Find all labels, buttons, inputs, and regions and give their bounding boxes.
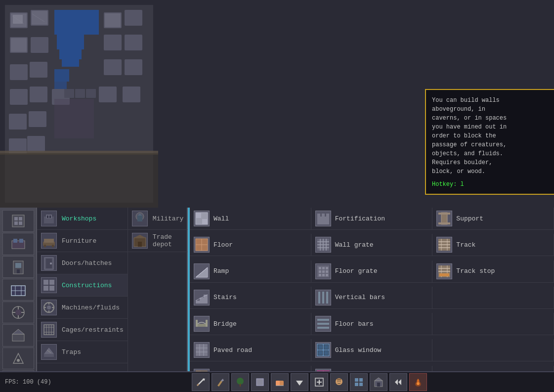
category-doors-hatches[interactable]: Doors/hatches <box>37 252 128 274</box>
cages-label: Cages/restraints <box>62 326 124 334</box>
svg-rect-135 <box>319 267 321 269</box>
svg-rect-139 <box>322 270 325 273</box>
svg-rect-10 <box>13 15 23 24</box>
svg-rect-30 <box>9 114 27 130</box>
categories-panel: Workshops Furniture <box>37 208 188 392</box>
item-track-stop[interactable]: Track stop <box>432 261 554 283</box>
svg-rect-190 <box>240 384 241 387</box>
bottom-toolbar: FPS: 100 (49) <box>0 371 554 392</box>
svg-rect-110 <box>317 214 320 218</box>
category-trade-depot[interactable]: Trade depot <box>128 230 187 252</box>
military-icon <box>132 211 148 226</box>
track-icon <box>436 237 452 253</box>
block-button[interactable] <box>251 373 269 391</box>
floor-grate-label: Floor grate <box>335 267 378 275</box>
cages-icon <box>41 322 57 338</box>
strip-item-1[interactable] <box>2 210 34 232</box>
item-fortification[interactable]: Fortification <box>311 208 433 230</box>
category-traps[interactable]: Traps <box>37 341 128 363</box>
doors-icon <box>41 255 57 271</box>
category-furniture[interactable]: Furniture <box>37 230 128 252</box>
category-workshops[interactable]: Workshops <box>37 208 128 230</box>
eraser-button[interactable] <box>271 373 289 391</box>
double-arrow-button[interactable] <box>389 373 407 391</box>
strip-item-2[interactable] <box>2 233 34 255</box>
strip-item-4[interactable] <box>2 279 34 301</box>
svg-rect-75 <box>44 239 54 243</box>
ramp-icon <box>194 263 210 279</box>
svg-rect-157 <box>326 292 328 304</box>
track-stop-label: Track stop <box>456 267 495 275</box>
item-floor-bars[interactable]: Floor bars <box>311 313 433 335</box>
svg-marker-210 <box>395 379 398 385</box>
item-wall-grate[interactable]: Wall grate <box>311 234 433 256</box>
item-stairs[interactable]: Stairs <box>190 287 311 309</box>
category-cages[interactable]: Cages/restraints <box>37 319 128 341</box>
grid-button[interactable] <box>350 373 368 391</box>
vertical-bars-icon <box>315 290 331 305</box>
floor-bars-label: Floor bars <box>335 320 374 328</box>
fortification-label: Fortification <box>335 215 385 222</box>
svg-rect-206 <box>359 383 363 386</box>
machines-icon <box>41 300 57 315</box>
axe-button[interactable] <box>212 373 229 391</box>
svg-rect-174 <box>324 345 328 349</box>
svg-rect-115 <box>438 222 450 224</box>
svg-rect-38 <box>86 89 96 98</box>
svg-rect-83 <box>43 286 48 291</box>
svg-rect-159 <box>196 320 198 327</box>
item-support[interactable]: Support <box>432 208 554 230</box>
svg-rect-14 <box>105 13 121 27</box>
traps-label: Traps <box>62 348 81 356</box>
strip-item-6[interactable] <box>2 324 34 346</box>
category-constructions[interactable]: Constructions <box>37 274 128 297</box>
svg-rect-204 <box>359 378 363 382</box>
svg-rect-5 <box>62 59 79 67</box>
svg-rect-84 <box>49 286 54 291</box>
svg-point-66 <box>17 359 20 362</box>
plus-box-button[interactable] <box>310 373 328 391</box>
item-empty-1 <box>432 287 554 309</box>
pickaxe-button[interactable] <box>192 373 210 391</box>
item-floor-grate[interactable]: Floor grate <box>311 261 433 283</box>
item-vertical-bars[interactable]: Vertical bars <box>311 287 433 309</box>
category-machines[interactable]: Machines/fluids <box>37 297 128 319</box>
item-empty-2 <box>432 313 554 335</box>
svg-rect-12 <box>32 11 47 25</box>
svg-rect-193 <box>276 381 280 386</box>
support-icon <box>436 211 452 226</box>
svg-rect-141 <box>319 274 321 276</box>
bottom-panel: Workshops Furniture <box>0 208 554 392</box>
item-wall[interactable]: Wall <box>190 208 311 230</box>
svg-rect-44 <box>19 217 22 220</box>
svg-marker-104 <box>134 235 146 238</box>
item-bridge[interactable]: Bridge <box>190 313 311 335</box>
svg-line-188 <box>197 384 199 386</box>
strip-item-5[interactable] <box>2 302 34 323</box>
strip-item-3[interactable] <box>2 256 34 278</box>
svg-rect-165 <box>196 344 208 356</box>
svg-rect-37 <box>75 89 85 98</box>
fire-button[interactable] <box>409 373 427 391</box>
svg-rect-42 <box>12 215 24 227</box>
plant-button[interactable] <box>231 373 249 391</box>
building-button[interactable] <box>370 373 387 391</box>
svg-rect-20 <box>125 35 142 50</box>
item-ramp[interactable]: Ramp <box>190 261 311 283</box>
svg-rect-202 <box>337 379 341 380</box>
svg-point-189 <box>237 378 244 385</box>
category-military[interactable]: Military <box>128 208 187 230</box>
strip-item-7[interactable] <box>2 348 34 369</box>
svg-rect-82 <box>49 280 54 285</box>
dwarf-button[interactable] <box>330 373 348 391</box>
svg-rect-51 <box>15 263 21 268</box>
item-glass-window[interactable]: Glass window <box>311 339 433 361</box>
item-paved-road[interactable]: Paved road <box>190 339 311 361</box>
item-track[interactable]: Track <box>432 234 554 256</box>
item-floor[interactable]: Floor <box>190 234 311 256</box>
arrow-down-button[interactable] <box>291 373 308 391</box>
svg-point-201 <box>340 381 341 382</box>
svg-rect-45 <box>14 221 18 225</box>
fortification-icon <box>315 211 331 226</box>
game-map <box>0 0 158 208</box>
